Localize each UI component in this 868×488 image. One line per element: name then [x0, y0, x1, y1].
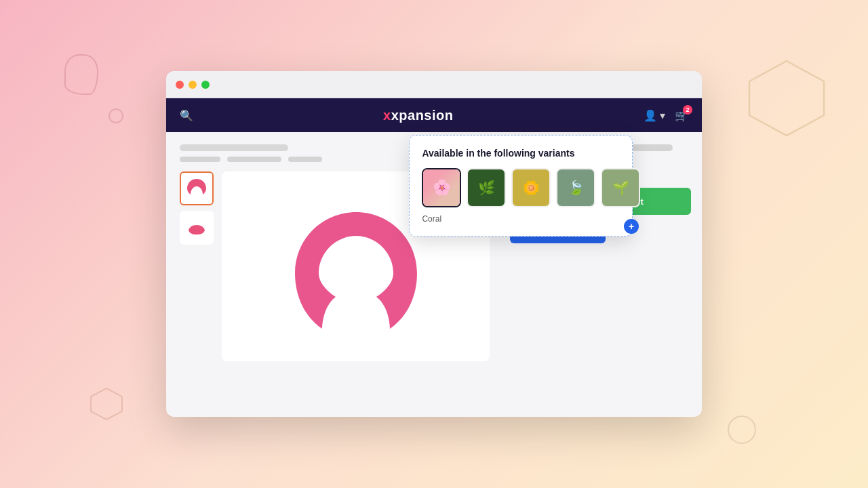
- bg-hexagon-large: [743, 58, 831, 139]
- title-bar: [166, 71, 702, 98]
- search-icon[interactable]: 🔍: [180, 109, 193, 122]
- breadcrumb-dot-1: [180, 157, 220, 162]
- close-dot[interactable]: [176, 81, 184, 89]
- logo-accent: x: [383, 108, 391, 123]
- bg-squiggle: [64, 54, 98, 95]
- cart-badge: 2: [683, 105, 692, 115]
- maximize-dot[interactable]: [201, 81, 210, 89]
- thumbnail-1[interactable]: [180, 171, 214, 205]
- bg-hexagon-small: [88, 386, 125, 420]
- variant-thumb-coral[interactable]: [422, 168, 461, 207]
- variant-thumb-yellow[interactable]: [511, 168, 551, 207]
- variant-image-coral: [423, 169, 460, 206]
- bg-circle-small: [108, 108, 123, 123]
- thumb-image-2: [184, 216, 209, 240]
- bg-circle-large: [728, 415, 756, 444]
- browser-window: 🔍 xxpansion 👤 ▾ 🛒 2: [166, 71, 702, 417]
- navbar: 🔍 xxpansion 👤 ▾ 🛒 2: [166, 98, 702, 132]
- logo-text: xpansion: [391, 108, 454, 123]
- nav-actions: 👤 ▾ 🛒 2: [644, 109, 688, 122]
- breadcrumb-dot-2: [227, 157, 281, 162]
- breadcrumb-dot-3: [288, 157, 322, 162]
- svg-marker-0: [749, 61, 824, 136]
- user-icon[interactable]: 👤 ▾: [644, 109, 665, 122]
- svg-marker-1: [91, 388, 122, 420]
- variant-image-yellow: [513, 169, 549, 206]
- variant-image-green: [602, 169, 639, 206]
- thumb-image-1: [184, 176, 209, 201]
- product-crescent-svg: [281, 199, 431, 334]
- variant-thumb-forest[interactable]: [467, 168, 506, 207]
- breadcrumb-bar: [180, 144, 288, 151]
- site-logo: xxpansion: [383, 108, 453, 123]
- minimize-dot[interactable]: [189, 81, 197, 89]
- thumbnail-2[interactable]: [180, 211, 214, 245]
- variant-thumb-sage[interactable]: [556, 168, 595, 207]
- variant-image-forest: [468, 169, 505, 206]
- selected-variant-label: Coral: [422, 214, 620, 224]
- connector-area: Product connector + Available in the fol…: [510, 224, 606, 243]
- popup-title: Available in the following variants: [422, 148, 620, 159]
- cart-icon[interactable]: 🛒 2: [675, 109, 688, 122]
- page-content: 1 ▲ ▼ Add to cart Product connector: [166, 132, 702, 417]
- plus-indicator: +: [624, 219, 639, 234]
- connector-popup: Available in the following variants: [409, 135, 633, 237]
- thumbnail-column: [180, 171, 214, 361]
- variant-image-sage: [557, 169, 594, 206]
- variant-thumb-green[interactable]: [601, 168, 640, 207]
- variants-row: [422, 168, 620, 207]
- info-section: 1 ▲ ▼ Add to cart Product connector: [502, 132, 702, 417]
